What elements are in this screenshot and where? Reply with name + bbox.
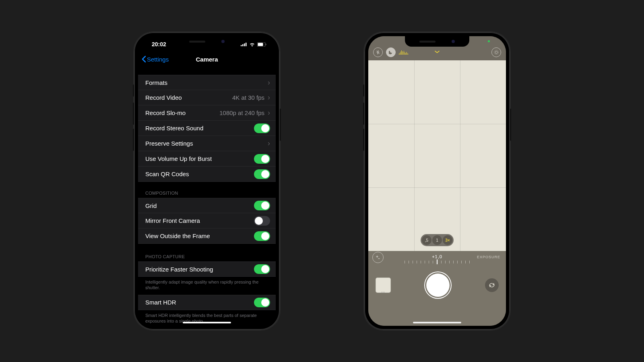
status-indicators [241,42,267,47]
back-button[interactable]: Settings [141,56,169,63]
settings-row[interactable]: Record Slo-mo1080p at 240 fps› [138,105,276,121]
settings-row[interactable]: Smart HDR [138,295,276,310]
back-label: Settings [147,56,169,63]
battery-icon [257,42,267,47]
toggle-switch[interactable] [254,231,270,241]
zoom-option[interactable]: 3× [443,235,452,245]
chevron-right-icon: › [268,78,270,87]
exposure-slider[interactable] [368,261,506,265]
row-label: Formats [145,79,167,86]
row-label: Preserve Settings [145,140,193,147]
shutter-button[interactable] [426,274,450,297]
settings-row[interactable]: Mirror Front Camera [138,213,276,228]
svg-point-8 [495,51,497,53]
row-label: Smart HDR [145,299,176,306]
phone-settings: 20:02 Settings Camera Formats›Record Vid… [134,32,280,330]
signal-icon [241,42,247,46]
section-header-composition: COMPOSITION [138,189,276,198]
zoom-option[interactable]: ,5 [422,235,431,245]
zoom-option[interactable]: 1 [432,235,442,245]
row-label: Record Slo-mo [145,109,186,116]
toggle-switch[interactable] [254,201,270,210]
chevron-right-icon: › [268,109,270,117]
grid-overlay [368,60,506,251]
settings-list[interactable]: Formats›Record Video4K at 30 fps›Record … [138,75,276,326]
row-value: 1080p at 240 fps [219,109,264,116]
camera-active-indicator-icon [488,40,490,42]
chevron-left-icon [141,56,146,63]
svg-rect-2 [244,43,245,46]
settings-row[interactable]: Record Video4K at 30 fps› [138,90,276,105]
settings-row[interactable]: Preserve Settings› [138,136,276,151]
status-bar: 20:02 [138,36,276,52]
plus-minus-icon [376,255,380,260]
camera-controls-toggle[interactable] [434,48,440,55]
svg-rect-5 [258,43,263,46]
chevron-right-icon: › [268,93,270,102]
row-label: Mirror Front Camera [145,217,200,224]
section-footer-smart-hdr: Smart HDR intelligently blends the best … [138,310,276,326]
chevron-down-icon [434,50,440,53]
section-footer-faster-shooting: Intelligently adapt image quality when r… [138,277,276,295]
flash-off-icon [376,50,380,55]
notch [405,36,469,47]
row-label: Prioritize Faster Shooting [145,266,213,273]
toggle-switch[interactable] [254,216,270,226]
svg-rect-3 [246,43,247,46]
histogram-icon [399,50,408,55]
night-mode-button[interactable] [386,47,396,57]
settings-row[interactable]: Prioritize Faster Shooting [138,261,276,277]
row-label: Record Stereo Sound [145,125,203,132]
flash-button[interactable] [373,47,383,57]
row-value: 4K at 30 fps [232,94,264,101]
moon-icon [389,50,393,55]
settings-row[interactable]: Grid [138,198,276,213]
svg-rect-0 [241,45,242,46]
exposure-label: EXPOSURE [477,255,500,259]
row-label: View Outside the Frame [145,232,210,239]
settings-row[interactable]: Record Stereo Sound [138,121,276,136]
zoom-selector[interactable]: ,513× [421,234,454,246]
svg-rect-6 [266,43,266,45]
phone-camera: ,513× +1,0 EXPOSURE [364,32,510,330]
exposure-adjust-button[interactable] [372,252,384,263]
camera-flip-button[interactable] [485,278,499,292]
nav-bar: Settings Camera [138,52,276,66]
chevron-right-icon: › [268,139,270,148]
live-photo-button[interactable] [491,47,501,57]
section-header-photo-capture: PHOTO CAPTURE [138,253,276,261]
home-indicator[interactable] [183,322,231,323]
row-label: Record Video [145,94,182,101]
settings-row[interactable]: Formats› [138,75,276,90]
row-label: Scan QR Codes [145,171,189,177]
last-photo-thumbnail[interactable] [376,278,391,293]
nav-title: Camera [196,56,218,63]
camera-viewfinder[interactable]: ,513× [368,60,506,251]
toggle-switch[interactable] [254,264,270,274]
settings-row[interactable]: Use Volume Up for Burst [138,151,276,167]
row-label: Use Volume Up for Burst [145,155,212,162]
live-photo-icon [493,49,499,55]
home-indicator[interactable] [413,322,461,323]
wifi-icon [249,42,255,47]
svg-point-9 [494,50,499,55]
toggle-switch[interactable] [254,298,270,307]
flip-camera-icon [488,282,495,288]
settings-row[interactable]: Scan QR Codes [138,167,276,182]
svg-rect-1 [242,44,244,46]
toggle-switch[interactable] [254,154,270,164]
settings-row[interactable]: View Outside the Frame [138,228,276,244]
toggle-switch[interactable] [254,169,270,179]
camera-bottom-bar: +1,0 EXPOSURE [368,251,506,326]
status-time: 20:02 [152,41,166,47]
toggle-switch[interactable] [254,123,270,133]
row-label: Grid [145,202,157,209]
